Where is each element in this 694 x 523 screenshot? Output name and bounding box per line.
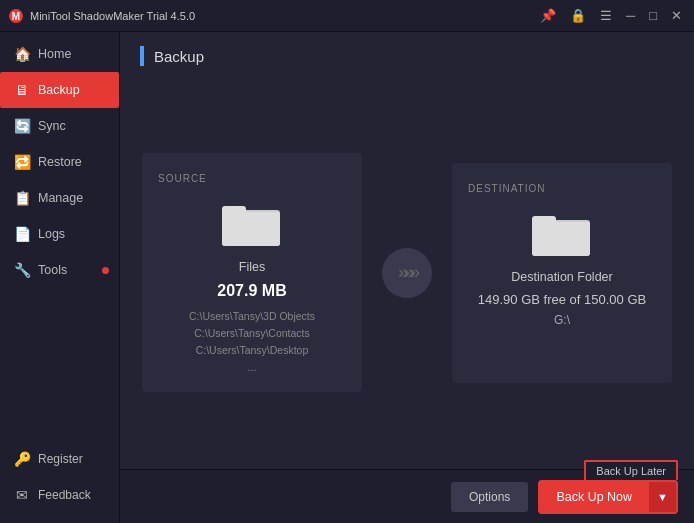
header-accent-bar <box>140 46 144 66</box>
pin-icon[interactable]: 📌 <box>536 8 560 23</box>
destination-drive: G:\ <box>554 313 570 327</box>
sidebar-item-sync[interactable]: 🔄 Sync <box>0 108 119 144</box>
restore-icon: 🔁 <box>14 154 30 170</box>
backup-now-dropdown-arrow[interactable]: ▼ <box>648 482 676 512</box>
svg-rect-7 <box>532 222 590 256</box>
page-title: Backup <box>154 48 204 65</box>
register-icon: 🔑 <box>14 451 30 467</box>
sidebar-item-home[interactable]: 🏠 Home <box>0 36 119 72</box>
source-label: SOURCE <box>158 173 207 184</box>
source-card[interactable]: SOURCE Files 207.9 MB C:\Users\Tansy\3D … <box>142 153 362 391</box>
lock-icon[interactable]: 🔒 <box>566 8 590 23</box>
manage-icon: 📋 <box>14 190 30 206</box>
source-path-2: C:\Users\Tansy\Contacts <box>189 325 315 342</box>
source-type: Files <box>239 260 265 274</box>
destination-folder-icon <box>532 208 592 258</box>
maximize-icon[interactable]: □ <box>645 8 661 23</box>
sidebar-item-restore[interactable]: 🔁 Restore <box>0 144 119 180</box>
sidebar: 🏠 Home 🖥 Backup 🔄 Sync 🔁 Restore 📋 Manag… <box>0 32 120 523</box>
sidebar-item-tools[interactable]: 🔧 Tools <box>0 252 119 288</box>
feedback-icon: ✉ <box>14 487 30 503</box>
destination-label: DESTINATION <box>468 183 545 194</box>
source-size: 207.9 MB <box>217 282 286 300</box>
sidebar-item-manage[interactable]: 📋 Manage <box>0 180 119 216</box>
backup-now-btn-wrap: Back Up Now ▼ <box>540 482 676 512</box>
app-logo: M <box>8 8 24 24</box>
sidebar-item-feedback[interactable]: ✉ Feedback <box>0 477 119 513</box>
menu-icon[interactable]: ☰ <box>596 8 616 23</box>
destination-type: Destination Folder <box>511 270 612 284</box>
title-bar: M MiniTool ShadowMaker Trial 4.5.0 📌 🔒 ☰… <box>0 0 694 32</box>
home-icon: 🏠 <box>14 46 30 62</box>
arrow-circle: »»» <box>382 248 432 298</box>
sidebar-label-home: Home <box>38 47 71 61</box>
sidebar-label-logs: Logs <box>38 227 65 241</box>
backup-icon: 🖥 <box>14 82 30 98</box>
backup-area: SOURCE Files 207.9 MB C:\Users\Tansy\3D … <box>120 76 694 469</box>
sidebar-label-sync: Sync <box>38 119 66 133</box>
tools-icon: 🔧 <box>14 262 30 278</box>
minimize-icon[interactable]: ─ <box>622 8 639 23</box>
source-path-3: C:\Users\Tansy\Desktop <box>189 342 315 359</box>
backup-now-group: Back Up Later Back Up Now ▼ <box>538 480 678 514</box>
options-button[interactable]: Options <box>451 482 528 512</box>
svg-text:M: M <box>12 11 20 22</box>
logs-icon: 📄 <box>14 226 30 242</box>
arrow-connector: »»» <box>382 248 432 298</box>
sidebar-label-manage: Manage <box>38 191 83 205</box>
sidebar-item-backup[interactable]: 🖥 Backup <box>0 72 119 108</box>
source-path-1: C:\Users\Tansy\3D Objects <box>189 308 315 325</box>
sidebar-label-register: Register <box>38 452 83 466</box>
page-header: Backup <box>120 32 694 76</box>
close-icon[interactable]: ✕ <box>667 8 686 23</box>
sidebar-item-register[interactable]: 🔑 Register <box>0 441 119 477</box>
sidebar-label-backup: Backup <box>38 83 80 97</box>
forward-arrow-icon: »»» <box>398 262 416 283</box>
sidebar-label-feedback: Feedback <box>38 488 91 502</box>
source-path-more: ... <box>189 359 315 376</box>
window-controls[interactable]: 📌 🔒 ☰ ─ □ ✕ <box>536 8 686 23</box>
source-paths: C:\Users\Tansy\3D Objects C:\Users\Tansy… <box>189 308 315 375</box>
source-folder-icon <box>222 198 282 248</box>
destination-free-space: 149.90 GB free of 150.00 GB <box>478 292 646 307</box>
sidebar-bottom: 🔑 Register ✉ Feedback <box>0 441 119 523</box>
destination-card[interactable]: DESTINATION Destination Folder 149.90 GB… <box>452 163 672 383</box>
sidebar-item-logs[interactable]: 📄 Logs <box>0 216 119 252</box>
sync-icon: 🔄 <box>14 118 30 134</box>
content-area: Backup SOURCE Files 207.9 MB C:\Users\Ta… <box>120 32 694 523</box>
bottom-bar: Options Back Up Later Back Up Now ▼ <box>120 469 694 523</box>
sidebar-label-tools: Tools <box>38 263 67 277</box>
app-title: MiniTool ShadowMaker Trial 4.5.0 <box>30 10 536 22</box>
back-up-later-label: Back Up Later <box>584 460 678 480</box>
sidebar-label-restore: Restore <box>38 155 82 169</box>
main-layout: 🏠 Home 🖥 Backup 🔄 Sync 🔁 Restore 📋 Manag… <box>0 32 694 523</box>
tools-notification-dot <box>102 267 109 274</box>
backup-now-button[interactable]: Back Up Now <box>540 482 648 512</box>
svg-rect-4 <box>222 212 280 246</box>
